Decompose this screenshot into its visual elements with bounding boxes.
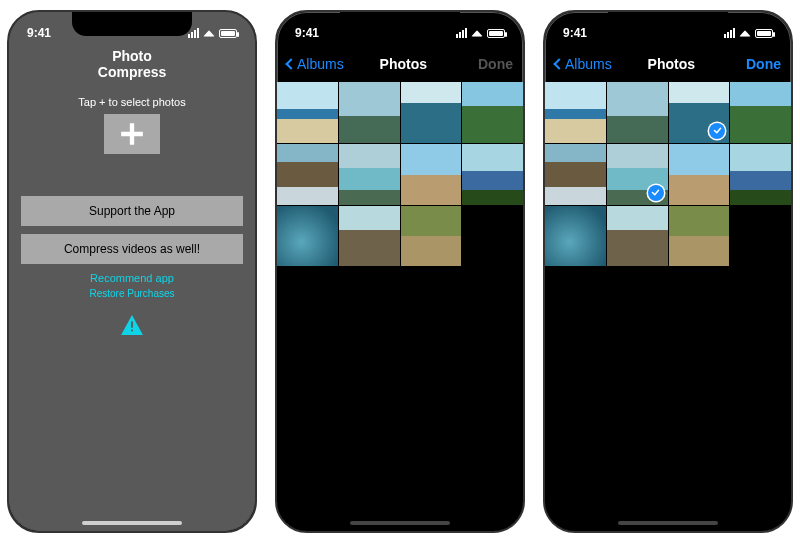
photo-image [669, 144, 730, 205]
photo-image [277, 144, 338, 205]
chevron-left-icon [285, 58, 296, 69]
photo-image [730, 144, 791, 205]
photo-image [545, 144, 606, 205]
support-app-button[interactable]: Support the App [21, 196, 242, 226]
back-to-albums-button[interactable]: Albums [287, 56, 344, 72]
battery-icon [755, 29, 773, 38]
wifi-icon [471, 30, 483, 36]
photo-image [462, 82, 523, 143]
device-notch [72, 12, 192, 36]
navbar: Albums Photos Done [545, 46, 791, 82]
done-button[interactable]: Done [731, 56, 781, 72]
restore-purchases-link[interactable]: Restore Purchases [89, 288, 174, 299]
photo-thumb-city-coast[interactable] [339, 82, 400, 143]
device-notch [340, 12, 460, 36]
battery-icon [487, 29, 505, 38]
wifi-icon [203, 30, 215, 36]
battery-icon [219, 29, 237, 38]
device-photo-picker-selected: 9:41 Albums Photos Done [543, 10, 793, 533]
svg-rect-1 [131, 330, 133, 332]
photo-image [730, 82, 791, 143]
photos-body [545, 82, 791, 531]
device-photo-picker-unselected: 9:41 Albums Photos Done [275, 10, 525, 533]
photo-thumb-beach-bay[interactable] [277, 82, 338, 143]
photo-thumb-pool-resort[interactable] [339, 144, 400, 205]
photo-thumb-rock-waves[interactable] [545, 144, 606, 205]
warning-icon [121, 315, 143, 335]
photo-image [277, 82, 338, 143]
photo-image [401, 144, 462, 205]
plus-icon [119, 121, 145, 147]
photo-image [401, 206, 462, 267]
add-photos-button[interactable] [104, 114, 160, 154]
photos-body [277, 82, 523, 531]
photo-image [339, 206, 400, 267]
back-label: Albums [565, 56, 612, 72]
wifi-icon [739, 30, 751, 36]
photo-grid [545, 82, 791, 266]
photo-thumb-boat-ocean[interactable] [669, 82, 730, 143]
warning-button[interactable] [121, 315, 143, 339]
done-button-disabled: Done [463, 56, 513, 72]
photo-thumb-city-coast[interactable] [607, 82, 668, 143]
photo-thumb-green-hill[interactable] [462, 82, 523, 143]
photo-thumb-island-view[interactable] [462, 144, 523, 205]
back-to-albums-button[interactable]: Albums [555, 56, 612, 72]
chevron-left-icon [553, 58, 564, 69]
page-title: Photo Compress [79, 48, 185, 80]
selected-check-icon [648, 185, 664, 201]
device-photo-compress-home: 9:41 Photo Compress Tap + to select phot… [7, 10, 257, 533]
photo-thumb-boat-ocean[interactable] [401, 82, 462, 143]
status-time: 9:41 [563, 26, 587, 40]
photo-thumb-wallaby[interactable] [669, 206, 730, 267]
status-time: 9:41 [27, 26, 51, 40]
photo-thumb-green-hill[interactable] [730, 82, 791, 143]
photo-thumb-wallaby[interactable] [401, 206, 462, 267]
select-hint: Tap + to select photos [78, 96, 185, 108]
svg-rect-0 [131, 321, 133, 327]
photo-thumb-cliffs[interactable] [339, 206, 400, 267]
compress-videos-button[interactable]: Compress videos as well! [21, 234, 242, 264]
photo-thumb-beach-bay[interactable] [545, 82, 606, 143]
photo-image [669, 206, 730, 267]
photo-image [339, 144, 400, 205]
selected-check-icon [709, 123, 725, 139]
photo-image [607, 82, 668, 143]
photo-image [545, 206, 606, 267]
navbar: Albums Photos Done [277, 46, 523, 82]
photo-image [401, 82, 462, 143]
photo-image [277, 206, 338, 267]
home-indicator[interactable] [82, 521, 182, 525]
photo-thumb-snorkel[interactable] [545, 206, 606, 267]
photo-thumb-pool-resort[interactable] [607, 144, 668, 205]
photo-thumb-rock-waves[interactable] [277, 144, 338, 205]
navbar: Photo Compress [9, 46, 255, 82]
photo-thumb-snorkel[interactable] [277, 206, 338, 267]
status-time: 9:41 [295, 26, 319, 40]
photo-image [545, 82, 606, 143]
app-body: Tap + to select photos Support the App C… [9, 82, 255, 531]
recommend-app-link[interactable]: Recommend app [90, 272, 174, 284]
photo-image [462, 144, 523, 205]
photo-image [607, 206, 668, 267]
photo-thumb-cliffs[interactable] [607, 206, 668, 267]
home-indicator[interactable] [350, 521, 450, 525]
photo-grid [277, 82, 523, 266]
page-title: Photos [344, 56, 463, 72]
photo-thumb-sandy-shore[interactable] [401, 144, 462, 205]
photo-image [339, 82, 400, 143]
back-label: Albums [297, 56, 344, 72]
home-indicator[interactable] [618, 521, 718, 525]
device-notch [608, 12, 728, 36]
photo-thumb-sandy-shore[interactable] [669, 144, 730, 205]
photo-thumb-island-view[interactable] [730, 144, 791, 205]
page-title: Photos [612, 56, 731, 72]
